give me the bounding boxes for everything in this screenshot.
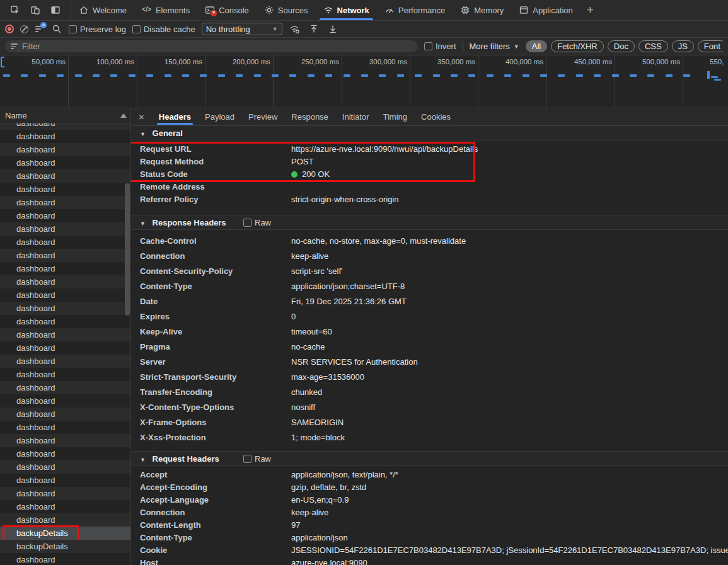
request-row[interactable]: dashboard xyxy=(0,341,130,355)
preserve-log-checkbox-input[interactable] xyxy=(69,25,77,33)
filter-input[interactable] xyxy=(22,42,412,51)
header-value: keep-alive xyxy=(291,249,728,264)
request-row[interactable]: dashboard xyxy=(0,288,130,302)
request-row[interactable]: dashboard xyxy=(0,408,130,421)
request-type-pill[interactable]: CSS xyxy=(638,40,668,52)
network-activity-dash xyxy=(308,74,315,77)
filter-icon xyxy=(11,42,18,50)
disable-cache-checkbox-input[interactable] xyxy=(132,25,141,33)
scroll-up-icon[interactable] xyxy=(120,113,127,118)
request-type-pill[interactable]: Doc xyxy=(608,40,635,52)
request-row[interactable]: dashboard xyxy=(0,447,130,460)
filter-input-box[interactable] xyxy=(5,40,418,52)
sidebar-scrollbar-thumb[interactable] xyxy=(125,183,130,316)
record-icon[interactable] xyxy=(5,25,14,33)
request-row[interactable]: dashboard xyxy=(0,394,130,408)
response-headers-section-header[interactable]: ▼ Response Headers Raw xyxy=(131,215,728,230)
panel-tab-label: Console xyxy=(219,6,249,15)
panel-tab[interactable]: Application xyxy=(511,0,581,20)
console-icon xyxy=(205,5,215,15)
request-row[interactable]: dashboard xyxy=(0,275,130,288)
detail-tab[interactable]: Initiator xyxy=(335,108,376,125)
request-row[interactable]: dashboard xyxy=(0,500,130,513)
request-row[interactable]: dashboard xyxy=(0,381,130,394)
request-row[interactable]: dashboard xyxy=(0,143,130,156)
panel-tab[interactable]: </> Elements xyxy=(134,0,197,20)
request-row[interactable]: dashboard xyxy=(0,262,130,275)
panel-tab[interactable]: Memory xyxy=(453,0,511,20)
header-name: Expires xyxy=(140,309,291,324)
request-headers-section-header[interactable]: ▼ Request Headers Raw xyxy=(131,451,728,466)
panel-tab[interactable]: Console xyxy=(197,0,257,20)
disable-cache-checkbox[interactable]: Disable cache xyxy=(132,25,195,34)
request-row[interactable]: dashboard xyxy=(0,236,130,249)
request-row[interactable]: dashboard xyxy=(0,434,130,447)
panel-tab-label: Application xyxy=(533,6,573,15)
search-icon[interactable] xyxy=(51,21,62,37)
detail-tab[interactable]: Headers xyxy=(152,108,198,125)
request-type-pill[interactable]: Fetch/XHR xyxy=(551,40,604,52)
request-row[interactable]: dashboard xyxy=(0,222,130,236)
request-row[interactable]: dashboard xyxy=(0,355,130,368)
request-row[interactable]: dashboard xyxy=(0,513,130,527)
request-row[interactable]: dashboard xyxy=(0,315,130,328)
request-type-pill[interactable]: All xyxy=(526,40,547,52)
more-tools-button[interactable]: + xyxy=(581,0,600,20)
clear-icon[interactable] xyxy=(20,25,28,33)
timeline-selection-handle[interactable] xyxy=(1,57,4,67)
request-row[interactable]: dashboard xyxy=(0,487,130,500)
request-row[interactable]: dashboard xyxy=(0,130,130,143)
import-har-icon[interactable] xyxy=(308,21,320,37)
close-icon[interactable]: × xyxy=(131,108,152,125)
request-row[interactable]: dashboard xyxy=(0,209,130,222)
detail-tab[interactable]: Response xyxy=(284,108,335,125)
panel-tab[interactable]: Sources xyxy=(257,0,316,20)
request-raw-checkbox[interactable] xyxy=(243,455,251,463)
request-row[interactable]: dashboard xyxy=(0,368,130,381)
device-toolbar-icon[interactable] xyxy=(26,2,44,18)
panel-tab[interactable]: Network xyxy=(316,0,377,20)
invert-checkbox[interactable]: Invert xyxy=(424,42,456,51)
network-conditions-icon[interactable] xyxy=(289,21,301,37)
header-row: Connection keep-alive xyxy=(131,506,728,519)
request-row[interactable]: dashboard xyxy=(0,328,130,341)
request-type-pill[interactable]: Font xyxy=(698,40,723,52)
throttling-select[interactable]: No throttling ▼ xyxy=(202,23,282,35)
dock-side-icon[interactable] xyxy=(47,2,64,18)
request-row[interactable]: backupDetails xyxy=(0,527,130,540)
response-raw-checkbox[interactable] xyxy=(243,219,251,227)
panel-tab[interactable]: Performance xyxy=(377,0,453,20)
name-column-header[interactable]: Name xyxy=(0,108,130,123)
request-row[interactable]: dashboard xyxy=(0,474,130,487)
panel-tab[interactable]: Welcome xyxy=(71,0,134,20)
request-row[interactable]: dashboard xyxy=(0,123,130,130)
detail-tab[interactable]: Preview xyxy=(241,108,284,125)
preserve-log-checkbox[interactable]: Preserve log xyxy=(69,25,126,34)
request-headers-section: ▼ Request Headers Raw Accept applica xyxy=(131,451,728,565)
disable-cache-label: Disable cache xyxy=(144,25,195,34)
request-row[interactable]: backupDetails xyxy=(0,540,130,553)
detail-tab[interactable]: Cookies xyxy=(414,108,458,125)
more-filters-button[interactable]: More filters ▼ xyxy=(470,42,519,51)
detail-tab[interactable]: Timing xyxy=(376,108,415,125)
request-row[interactable]: dashboard xyxy=(0,302,130,315)
request-row[interactable]: dashboard xyxy=(0,249,130,262)
filter-toggle-icon[interactable] xyxy=(35,25,45,33)
header-row: Accept-Encoding gzip, deflate, br, zstd xyxy=(131,481,728,494)
request-type-pill[interactable]: JS xyxy=(672,40,694,52)
header-name: Content-Length xyxy=(140,519,291,532)
timeline-overview[interactable]: 50,000 ms100,000 ms150,000 ms200,000 ms2… xyxy=(0,55,728,108)
request-row[interactable]: dashboard xyxy=(0,156,130,169)
detail-tab[interactable]: Payload xyxy=(198,108,241,125)
request-row[interactable]: dashboard xyxy=(0,169,130,183)
inspect-icon[interactable] xyxy=(6,2,24,18)
request-row[interactable]: dashboard xyxy=(0,196,130,209)
panel-tab-label: Elements xyxy=(156,6,190,15)
request-row[interactable]: dashboard xyxy=(0,553,130,565)
export-har-icon[interactable] xyxy=(326,21,339,37)
request-row[interactable]: dashboard xyxy=(0,183,130,196)
general-section-header[interactable]: ▼ General xyxy=(131,125,728,140)
request-row[interactable]: dashboard xyxy=(0,421,130,434)
invert-checkbox-input[interactable] xyxy=(424,42,432,50)
request-row[interactable]: dashboard xyxy=(0,460,130,474)
